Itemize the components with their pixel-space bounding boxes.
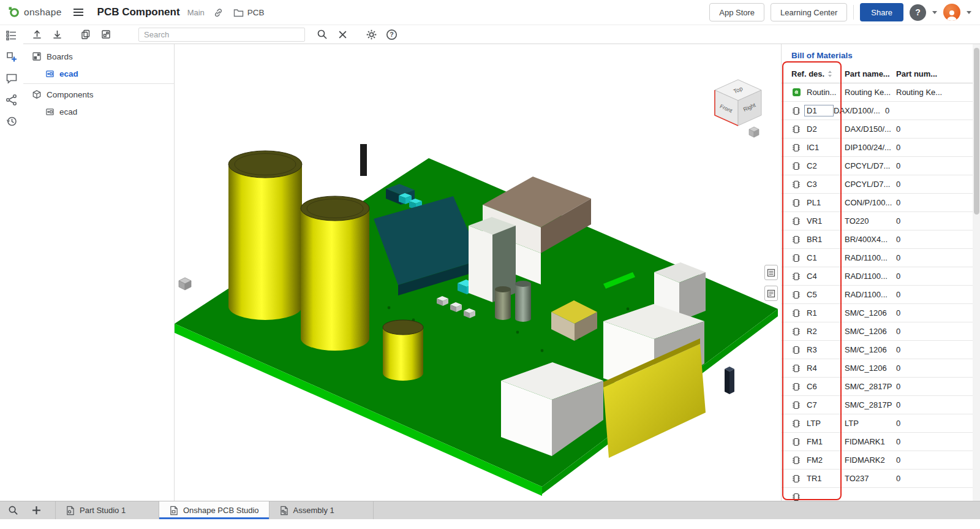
small-capacitor-2[interactable] bbox=[515, 281, 531, 322]
account-dropdown-caret-icon[interactable] bbox=[967, 11, 971, 14]
tab-pcb-studio[interactable]: Onshape PCB Studio bbox=[159, 501, 270, 519]
bom-part-number: Routing Ke... bbox=[896, 88, 973, 97]
selection-cube-icon[interactable] bbox=[179, 278, 191, 290]
bom-part-name: DAX/D100/... bbox=[834, 106, 885, 115]
breadcrumb[interactable]: PCB bbox=[233, 8, 265, 17]
bom-ref-text: C2 bbox=[807, 161, 845, 170]
bom-part-name: SM/C_1206 bbox=[845, 327, 896, 336]
pin-component[interactable] bbox=[360, 144, 367, 176]
header-divider bbox=[853, 5, 854, 20]
bom-table-row[interactable]: TR1 TO237 0 bbox=[782, 470, 973, 488]
user-avatar[interactable] bbox=[943, 4, 960, 21]
settings-gear-icon[interactable] bbox=[364, 27, 379, 42]
bom-table-row[interactable]: C1 RAD/1100... 0 bbox=[782, 249, 973, 267]
app-store-button[interactable]: App Store bbox=[709, 3, 764, 21]
navy-component[interactable] bbox=[725, 367, 734, 394]
bom-table-row[interactable]: R2 SM/C_1206 0 bbox=[782, 322, 973, 341]
bom-table-row[interactable]: IC1 DIP100/24/... 0 bbox=[782, 139, 973, 157]
new-tab-button[interactable] bbox=[27, 501, 45, 519]
copy-board-icon[interactable] bbox=[99, 27, 113, 42]
bom-table-row[interactable]: C7 SM/C_2817P 0 bbox=[782, 396, 973, 414]
comments-icon[interactable] bbox=[5, 72, 18, 85]
bom-scrollbar[interactable] bbox=[973, 44, 980, 501]
help-dropdown-caret-icon[interactable] bbox=[932, 11, 937, 14]
small-yellow-capacitor[interactable] bbox=[383, 320, 423, 381]
bom-table-toggle-button[interactable] bbox=[764, 265, 778, 280]
learning-center-button[interactable]: Learning Center bbox=[771, 3, 847, 21]
search-input[interactable] bbox=[138, 28, 305, 42]
bom-table-row[interactable]: D2 DAX/D150/... 0 bbox=[782, 120, 973, 139]
tree-item-ecad-component[interactable]: ecad bbox=[23, 103, 174, 120]
bom-table-row[interactable]: C5 RAD/1100... 0 bbox=[782, 286, 973, 304]
electrolytic-capacitor-2[interactable] bbox=[301, 196, 369, 351]
export-icon[interactable] bbox=[50, 27, 64, 42]
link-icon[interactable] bbox=[213, 7, 224, 18]
bom-table-row[interactable]: LTP LTP 0 bbox=[782, 414, 973, 433]
bom-column-part-name[interactable]: Part name... bbox=[845, 69, 896, 78]
component-icon bbox=[791, 253, 801, 263]
help-button[interactable]: ? bbox=[910, 4, 926, 21]
bom-scrollbar-thumb[interactable] bbox=[974, 48, 979, 215]
bom-table-row[interactable]: R1 SM/C_1206 0 bbox=[782, 304, 973, 322]
bom-table-row[interactable]: Routin... Routing Ke... Routing Ke... bbox=[782, 83, 973, 102]
insert-add-icon[interactable] bbox=[5, 50, 18, 64]
electrolytic-capacitor-1[interactable] bbox=[228, 151, 302, 320]
bom-table-row[interactable]: VR1 TO220 0 bbox=[782, 212, 973, 230]
bom-table-row[interactable]: FM2 FIDMARK2 0 bbox=[782, 451, 973, 470]
bom-table-row[interactable]: R3 SM/C_1206 0 bbox=[782, 341, 973, 359]
tree-section-boards[interactable]: Boards bbox=[23, 48, 174, 65]
copy-icon[interactable] bbox=[78, 27, 93, 42]
connections-icon[interactable] bbox=[5, 93, 18, 107]
toolbar-help-icon[interactable]: ? bbox=[384, 27, 399, 42]
search-icon[interactable] bbox=[315, 27, 330, 42]
tab-assembly[interactable]: Assembly 1 bbox=[270, 501, 374, 519]
bom-table-row[interactable]: C6 SM/C_2817P 0 bbox=[782, 378, 973, 396]
bom-column-part-number[interactable]: Part num... bbox=[896, 69, 973, 78]
bom-ref-text: C7 bbox=[807, 400, 845, 409]
bom-column-ref-des[interactable]: Ref. des. bbox=[791, 69, 845, 78]
bom-list-toggle-button[interactable] bbox=[764, 286, 778, 301]
tab-part-studio[interactable]: Part Studio 1 bbox=[55, 501, 159, 519]
feature-outline-icon[interactable] bbox=[5, 29, 18, 42]
clear-search-icon[interactable] bbox=[335, 27, 350, 42]
bom-ref-input[interactable] bbox=[804, 105, 834, 116]
tab-search-icon[interactable] bbox=[4, 501, 22, 519]
bom-table-row[interactable]: BR1 BR/400X4... 0 bbox=[782, 230, 973, 249]
bom-part-name: LTP bbox=[845, 419, 896, 428]
component-icon bbox=[791, 180, 801, 189]
main-menu-icon[interactable] bbox=[73, 8, 84, 17]
bom-table-row[interactable]: C2 CPCYL/D7... 0 bbox=[782, 157, 973, 175]
bom-table-row[interactable]: C4 RAD/1100... 0 bbox=[782, 267, 973, 286]
main-3d-viewport[interactable]: Top Front Right bbox=[175, 44, 781, 501]
bill-of-materials-panel: Bill of Materials Ref. des. Part name...… bbox=[781, 44, 973, 501]
bom-part-name: FIDMARK1 bbox=[845, 437, 896, 446]
bom-table-row[interactable]: DAX/D100/... 0 bbox=[782, 102, 973, 120]
bom-table-row[interactable]: PL1 CON/P/100... 0 bbox=[782, 194, 973, 212]
bom-part-number: 0 bbox=[896, 180, 973, 189]
bom-part-number: 0 bbox=[896, 382, 973, 391]
isometric-view-cube-icon[interactable] bbox=[749, 127, 759, 137]
view-cube[interactable]: Top Front Right bbox=[715, 80, 761, 126]
onshape-logo[interactable]: onshape bbox=[9, 7, 62, 18]
bom-ref-text: FM1 bbox=[807, 437, 845, 446]
tree-item-ecad-board[interactable]: ecad bbox=[23, 65, 174, 82]
bom-table-row[interactable]: FM1 FIDMARK1 0 bbox=[782, 433, 973, 451]
history-icon[interactable] bbox=[5, 115, 18, 128]
bom-table-row[interactable] bbox=[782, 488, 973, 501]
workspace-label[interactable]: Main bbox=[187, 8, 205, 17]
person-icon bbox=[945, 9, 959, 21]
import-icon[interactable] bbox=[29, 27, 44, 42]
sort-icon[interactable] bbox=[827, 70, 832, 78]
tree-section-components[interactable]: Components bbox=[23, 86, 174, 103]
share-button[interactable]: Share bbox=[860, 3, 903, 21]
small-capacitor-1[interactable] bbox=[495, 286, 511, 320]
bom-table-row[interactable]: R4 SM/C_1206 0 bbox=[782, 359, 973, 378]
bom-part-number: 0 bbox=[896, 198, 973, 207]
component-icon bbox=[791, 143, 801, 153]
bom-ref-text: R4 bbox=[807, 363, 845, 373]
bom-part-number: 0 bbox=[896, 216, 973, 226]
bom-table-row[interactable]: C3 CPCYL/D7... 0 bbox=[782, 175, 973, 194]
component-icon bbox=[791, 124, 801, 134]
bom-ref-text: LTP bbox=[807, 419, 845, 428]
bom-part-name: SM/C_1206 bbox=[845, 345, 896, 354]
